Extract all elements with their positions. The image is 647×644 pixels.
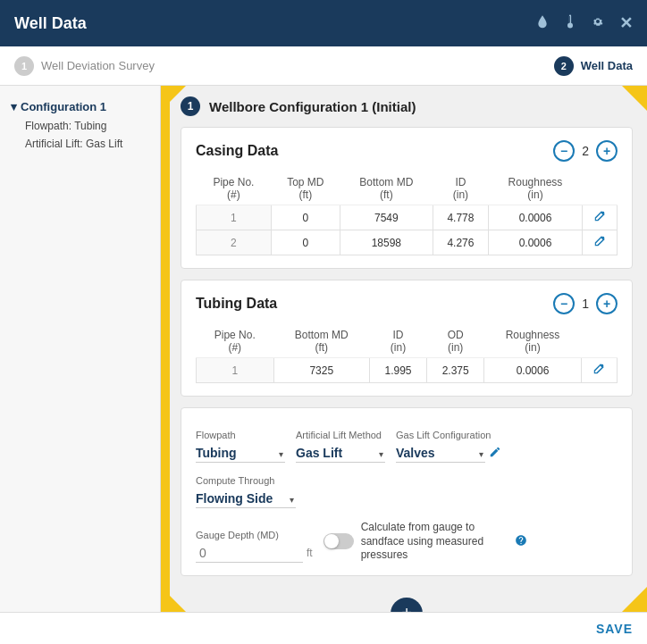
casing-top-md[interactable]: 0 [271, 205, 340, 230]
casing-col-action [582, 172, 617, 205]
tubing-col-bottom-md: Bottom MD(ft) [273, 325, 369, 358]
casing-card-header: Casing Data − 2 + [196, 140, 618, 162]
gas-lift-config-field: Gas Lift Configuration Valves Orifice ▾ [396, 430, 501, 463]
casing-row-edit-icon[interactable] [593, 210, 606, 225]
compute-through-select[interactable]: Flowing Side Injection Side [196, 489, 296, 508]
gas-lift-config-select-wrap: Valves Orifice ▾ [396, 444, 485, 463]
casing-id[interactable]: 4.778 [433, 205, 488, 230]
form-row-2: Compute Through Flowing Side Injection S… [196, 475, 618, 508]
toggle-label: Calculate from gauge to sandface using m… [361, 521, 504, 563]
toggle-section: Calculate from gauge to sandface using m… [324, 521, 618, 563]
thermometer-icon[interactable] [564, 13, 576, 33]
tubing-col-od: OD(in) [427, 325, 484, 358]
form-section: Flowpath Tubing Annulus ▾ Artificial Lif… [181, 407, 633, 576]
sidebar-item-artificial-lift[interactable]: Artificial Lift: Gas Lift [11, 135, 149, 153]
content-inner: 1 Wellbore Configuration 1 (Initial) Cas… [161, 86, 647, 612]
app-title: Well Data [14, 14, 87, 33]
gear-icon[interactable] [591, 14, 605, 32]
compute-through-select-wrap: Flowing Side Injection Side ▾ [196, 489, 296, 508]
app-header: Well Data ✕ [0, 0, 647, 46]
gauge-toggle[interactable] [324, 533, 354, 549]
casing-increment-button[interactable]: + [596, 140, 618, 162]
artificial-lift-select-wrap: Gas Lift ESP None ▾ [296, 444, 385, 463]
main-layout: ▾ Configuration 1 Flowpath: Tubing Artif… [0, 86, 647, 612]
casing-bottom-md[interactable]: 18598 [340, 230, 433, 255]
table-row: 1 7325 1.995 2.375 0.0006 [197, 358, 618, 383]
casing-pipe-no: 2 [197, 230, 272, 255]
droplet-icon[interactable] [535, 14, 550, 32]
compute-through-field: Compute Through Flowing Side Injection S… [196, 475, 296, 508]
sidebar-item-flowpath[interactable]: Flowpath: Tubing [11, 117, 149, 135]
gauge-depth-unit: ft [307, 547, 313, 559]
tubing-count: 1 [582, 297, 589, 311]
tubing-card: Tubing Data − 1 + Pipe No.(#) Bottom MD(… [181, 280, 633, 397]
casing-table: Pipe No.(#) Top MD(ft) Bottom MD(ft) ID(… [196, 172, 618, 255]
gauge-depth-input[interactable] [196, 544, 303, 563]
form-row-3: Gauge Depth (MD) ft Calculate from gauge… [196, 521, 618, 563]
casing-col-id: ID(in) [433, 172, 488, 205]
casing-pipe-no: 1 [197, 205, 272, 230]
casing-top-md[interactable]: 0 [271, 230, 340, 255]
gauge-depth-input-wrap: ft [196, 544, 313, 563]
svg-point-4 [601, 237, 604, 239]
step1-circle: 1 [14, 56, 34, 76]
casing-counter: − 2 + [553, 140, 618, 162]
tubing-table: Pipe No.(#) Bottom MD(ft) ID(in) OD(in) … [196, 325, 618, 383]
step1-label: Well Deviation Survey [41, 59, 155, 72]
tubing-bottom-md[interactable]: 7325 [273, 358, 369, 383]
casing-col-bottom-md: Bottom MD(ft) [340, 172, 433, 205]
wellbore-title: Wellbore Configuration 1 (Initial) [209, 99, 416, 114]
flowpath-field: Flowpath Tubing Annulus ▾ [196, 430, 285, 463]
casing-count: 2 [582, 144, 589, 158]
flowpath-select-wrap: Tubing Annulus ▾ [196, 444, 285, 463]
tubing-col-pipe: Pipe No.(#) [197, 325, 274, 358]
form-row-1: Flowpath Tubing Annulus ▾ Artificial Lif… [196, 430, 618, 463]
artificial-lift-select[interactable]: Gas Lift ESP None [296, 444, 385, 463]
gas-lift-config-select[interactable]: Valves Orifice [396, 444, 485, 463]
add-configuration-button[interactable]: + [391, 598, 423, 612]
tubing-od[interactable]: 2.375 [427, 358, 484, 383]
casing-row-edit-icon[interactable] [593, 235, 606, 250]
breadcrumb-step1: 1 Well Deviation Survey [14, 56, 554, 76]
tubing-pipe-no: 1 [197, 358, 274, 383]
chevron-down-icon: ▾ [11, 100, 17, 113]
tubing-col-id: ID(in) [369, 325, 426, 358]
tubing-row-edit-icon[interactable] [592, 363, 605, 378]
artificial-lift-field: Artificial Lift Method Gas Lift ESP None… [296, 430, 385, 463]
tubing-roughness[interactable]: 0.0006 [484, 358, 581, 383]
save-button[interactable]: SAVE [596, 622, 633, 636]
wellbore-number: 1 [181, 96, 200, 116]
sidebar-group-title[interactable]: ▾ Configuration 1 [11, 96, 149, 117]
tubing-col-roughness: Roughness(in) [484, 325, 581, 358]
casing-bottom-md[interactable]: 7549 [340, 205, 433, 230]
tubing-increment-button[interactable]: + [596, 293, 618, 314]
help-icon[interactable] [515, 534, 527, 549]
flowpath-select[interactable]: Tubing Annulus [196, 444, 285, 463]
svg-point-3 [601, 212, 604, 214]
gauge-depth-field: Gauge Depth (MD) ft [196, 530, 313, 563]
casing-col-top-md: Top MD(ft) [271, 172, 340, 205]
tubing-counter: − 1 + [553, 293, 618, 314]
breadcrumb-bar: 1 Well Deviation Survey 2 Well Data [0, 46, 647, 86]
casing-decrement-button[interactable]: − [553, 140, 575, 162]
casing-roughness[interactable]: 0.0006 [488, 230, 582, 255]
casing-id[interactable]: 4.276 [433, 230, 488, 255]
step2-label: Well Data [581, 59, 633, 72]
header-icons: ✕ [535, 13, 633, 33]
tubing-id[interactable]: 1.995 [369, 358, 426, 383]
sidebar-group: ▾ Configuration 1 Flowpath: Tubing Artif… [0, 96, 160, 153]
gas-lift-config-wrap: Valves Orifice ▾ [396, 444, 501, 463]
svg-point-1 [567, 23, 573, 29]
tubing-decrement-button[interactable]: − [553, 293, 575, 314]
gas-lift-edit-icon[interactable] [489, 446, 501, 461]
content-area: 1 Wellbore Configuration 1 (Initial) Cas… [161, 86, 647, 612]
breadcrumb-step2: 2 Well Data [554, 56, 633, 76]
table-row: 1 0 7549 4.778 0.0006 [197, 205, 618, 230]
step2-circle: 2 [554, 56, 574, 76]
casing-roughness[interactable]: 0.0006 [488, 205, 582, 230]
gauge-depth-label: Gauge Depth (MD) [196, 530, 313, 540]
toggle-knob [324, 534, 339, 548]
footer: SAVE [0, 612, 647, 644]
close-icon[interactable]: ✕ [619, 13, 633, 33]
left-strip [161, 86, 170, 612]
